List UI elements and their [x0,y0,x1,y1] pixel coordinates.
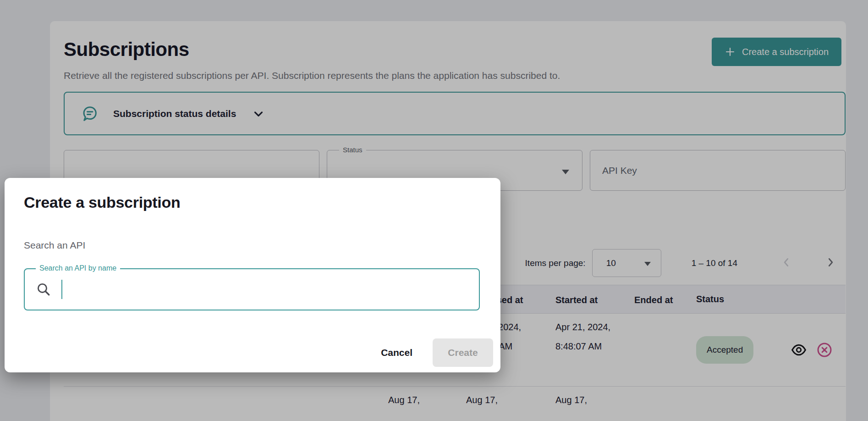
search-api-input[interactable] [64,276,468,303]
search-api-field[interactable]: Search an API by name [24,268,480,310]
search-api-field-label: Search an API by name [36,264,120,272]
search-icon [36,282,51,297]
search-api-section-label: Search an API [24,240,481,251]
text-cursor [61,280,62,299]
create-subscription-dialog: Create a subscription Search an API Sear… [5,178,500,372]
dialog-actions: Cancel Create [373,338,493,367]
cancel-button[interactable]: Cancel [373,343,421,363]
create-button[interactable]: Create [433,338,493,367]
dialog-title: Create a subscription [24,194,481,211]
